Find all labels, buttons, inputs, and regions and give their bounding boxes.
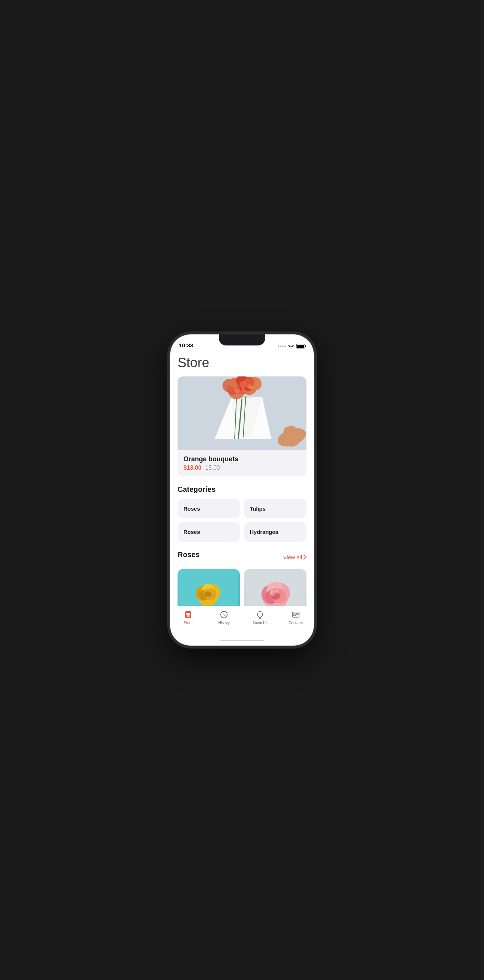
svg-point-41 bbox=[270, 590, 276, 596]
nav-label-store: Store bbox=[184, 621, 193, 625]
categories-section: Categories Roses Tulips Roses Hydrangea bbox=[178, 485, 306, 542]
svg-line-49 bbox=[224, 615, 225, 616]
page-title: Store bbox=[178, 355, 306, 371]
svg-rect-45 bbox=[187, 616, 188, 617]
signal-icon bbox=[278, 345, 286, 347]
contacts-icon bbox=[291, 610, 301, 619]
hero-product-image bbox=[178, 377, 306, 450]
svg-point-17 bbox=[234, 388, 240, 393]
wifi-icon bbox=[288, 344, 294, 348]
nav-label-history: History bbox=[218, 621, 230, 625]
category-item-roses-1[interactable]: Roses bbox=[178, 499, 240, 519]
phone-screen: 10:33 bbox=[170, 334, 314, 646]
roses-grid: Yellow Rosses bbox=[178, 569, 306, 606]
notch bbox=[219, 334, 265, 345]
nav-item-contacts[interactable]: Contacts bbox=[285, 610, 307, 625]
nav-item-store[interactable]: Store bbox=[177, 610, 199, 625]
home-indicator bbox=[170, 635, 314, 646]
svg-point-19 bbox=[247, 384, 252, 389]
view-all-button[interactable]: View all bbox=[283, 554, 306, 560]
roses-section: Roses View all bbox=[178, 550, 306, 606]
price-current: $13.00 bbox=[183, 465, 202, 471]
roses-section-header: Roses View all bbox=[178, 550, 306, 564]
hero-product-info: Orange bouquets $13.00 15.00 bbox=[178, 450, 306, 476]
history-icon bbox=[219, 610, 229, 619]
category-item-tulips[interactable]: Tulips bbox=[244, 499, 306, 519]
product-name: Orange bouquets bbox=[183, 455, 301, 463]
status-time: 10:33 bbox=[179, 342, 193, 348]
home-bar bbox=[220, 640, 264, 641]
status-icons bbox=[278, 344, 305, 348]
nav-label-about: About Us bbox=[252, 621, 267, 625]
phone-frame: 10:33 bbox=[170, 334, 314, 646]
svg-point-53 bbox=[294, 614, 295, 616]
categories-title: Categories bbox=[178, 485, 306, 494]
bottom-nav: Store History bbox=[170, 606, 314, 635]
svg-point-18 bbox=[240, 381, 247, 388]
chevron-right-icon bbox=[303, 555, 306, 560]
price-row: $13.00 15.00 bbox=[183, 465, 301, 471]
svg-point-42 bbox=[275, 589, 279, 593]
scroll-content[interactable]: Store bbox=[170, 351, 314, 606]
nav-item-history[interactable]: History bbox=[213, 610, 235, 625]
price-original: 15.00 bbox=[205, 465, 220, 471]
categories-grid: Roses Tulips Roses Hydrangea bbox=[178, 499, 306, 542]
rose-card-pink[interactable]: Pink Roses bbox=[244, 569, 306, 606]
roses-section-title: Roses bbox=[178, 550, 200, 559]
about-icon bbox=[255, 610, 265, 619]
store-icon bbox=[183, 610, 193, 619]
hero-product-card[interactable]: Orange bouquets $13.00 15.00 bbox=[178, 377, 306, 476]
pink-rose-image bbox=[244, 569, 306, 606]
yellow-rose-image bbox=[178, 569, 240, 606]
nav-label-contacts: Contacts bbox=[289, 621, 303, 625]
category-item-roses-2[interactable]: Roses bbox=[178, 522, 240, 542]
category-item-hydrangea[interactable]: Hydrangea bbox=[244, 522, 306, 542]
svg-rect-46 bbox=[188, 616, 189, 617]
rose-card-yellow[interactable]: Yellow Rosses bbox=[178, 569, 240, 606]
nav-item-about[interactable]: About Us bbox=[249, 610, 271, 625]
svg-rect-44 bbox=[186, 613, 190, 616]
battery-icon bbox=[296, 344, 305, 348]
svg-point-31 bbox=[205, 592, 212, 597]
